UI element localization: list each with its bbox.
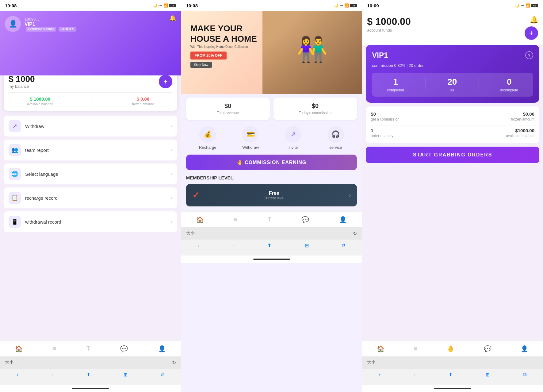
nav-chat-left[interactable]: 💬 (120, 345, 128, 352)
moon-icon-right: 🌙 (515, 3, 519, 8)
nav-list-mid[interactable]: ≡ (234, 216, 238, 223)
menu-item-language[interactable]: 🌐 Select language › (4, 163, 177, 184)
share-btn-right[interactable]: ⬆ (449, 372, 453, 382)
nav-list-right[interactable]: ≡ (414, 345, 418, 352)
menu-item-team-report[interactable]: 👥 team report › (4, 140, 177, 160)
stat-divider-2 (479, 77, 479, 89)
vip-badge: VIP1 (25, 21, 76, 27)
membership-title: MEMBERSHIP LEVEL: (186, 175, 357, 180)
action-invite[interactable]: ↗ invite (285, 126, 301, 150)
nav-profile-mid[interactable]: 👤 (339, 216, 347, 223)
menu-item-withdrawal[interactable]: 📱 withdrawal record › (4, 211, 177, 232)
frozen-label-right: frozen amount (511, 117, 534, 121)
membership-section: MEMBERSHIP LEVEL: ✓ Free Current level › (181, 170, 362, 211)
url-bar-right: 大小 (362, 356, 543, 369)
refresh-mid[interactable]: ↻ (353, 231, 357, 236)
forward-btn-left[interactable]: › (52, 372, 53, 382)
home-bar-left (72, 388, 109, 389)
nav-home-right[interactable]: 🏠 (377, 345, 384, 352)
status-bar-left: 10:08 🌙 ▪▪▪ 📶 70 (0, 0, 181, 11)
nav-chat-right[interactable]: 💬 (484, 345, 491, 352)
frozen-label: frozen amount (132, 102, 154, 106)
completed-stat: 1 completed (387, 77, 404, 92)
bookmark-btn-left[interactable]: ⊞ (124, 372, 128, 382)
grab-orders-button[interactable]: START GRABBING ORDERS (366, 147, 539, 163)
url-text-mid: 大小 (186, 231, 195, 236)
nav-chat-mid[interactable]: 💬 (301, 216, 309, 223)
account-header: $ 1000.00 account funds 🔔 + (362, 11, 543, 45)
withdraw-icon: ↗ (9, 120, 21, 132)
action-recharge[interactable]: 💰 Recharge (199, 126, 216, 150)
withdrawal-icon: 📱 (9, 216, 21, 228)
avail-right: $1000.00 available balance (506, 128, 534, 138)
battery-mid: 70 (350, 4, 357, 7)
nav-profile-left[interactable]: 👤 (158, 345, 166, 352)
forward-btn-mid[interactable]: › (233, 243, 234, 252)
time-right: 10:09 (367, 3, 379, 8)
available-label: available balance (27, 102, 53, 106)
total-revenue-card: $0 Total revenue (186, 98, 270, 120)
recharge-icon: 📋 (9, 192, 21, 204)
nav-profile-right[interactable]: 👤 (521, 345, 528, 352)
menu-item-withdraw[interactable]: ↗ Withdraw › (4, 116, 177, 136)
total-revenue-label: Total revenue (191, 111, 265, 115)
tabs-btn-mid[interactable]: ⧉ (342, 243, 345, 252)
avail-label: available balance (506, 134, 534, 138)
nav-text-mid[interactable]: T (268, 216, 271, 223)
forward-btn-right[interactable]: › (414, 372, 415, 382)
nav-home-left[interactable]: 🏠 (15, 345, 23, 352)
bookmark-btn-right[interactable]: ⊞ (486, 372, 490, 382)
action-withdraw[interactable]: 💳 Withdraw (242, 126, 259, 150)
nav-text-left[interactable]: T (86, 345, 90, 352)
today-commission-label: Today's commission (278, 111, 352, 115)
recharge-action-icon: 💰 (199, 126, 216, 143)
hero-cta-button[interactable]: Shop Now (190, 62, 212, 68)
signal-icon-left: ▪▪▪ (159, 4, 162, 7)
bell-icon-right[interactable]: 🔔 (530, 16, 538, 24)
recharge-arrow: › (170, 195, 172, 201)
tabs-btn-right[interactable]: ⧉ (523, 372, 526, 382)
status-icons-right: 🌙 ▪▪▪ 📶 69 (515, 3, 538, 8)
recharge-action-label: Recharge (199, 145, 216, 150)
nav-home-mid[interactable]: 🏠 (196, 216, 204, 223)
menu-item-recharge[interactable]: 📋 recharge record › (4, 187, 177, 208)
withdrawal-arrow: › (170, 219, 172, 225)
home-indicator-left (0, 385, 181, 392)
balance-amount-section: $ 1000 my balance (9, 74, 35, 89)
hero-text: MAKE YOUR HOUSE A HOME With This Inspiri… (190, 23, 257, 68)
incomplete-num: 0 (500, 77, 518, 87)
share-btn-left[interactable]: ⬆ (86, 372, 90, 382)
service-action-label: service (329, 145, 342, 150)
team-report-label: team report (25, 148, 166, 153)
back-btn-right[interactable]: ‹ (379, 372, 380, 382)
tabs-btn-left[interactable]: ⧉ (161, 372, 164, 382)
commission-btn[interactable]: 🤚 COMMISSION EARNING (186, 155, 357, 170)
browser-bar-left: ‹ › ⬆ ⊞ ⧉ (0, 369, 181, 385)
balance-details: $ 1000.00 available balance $ 0.00 froze… (9, 92, 172, 106)
completed-num: 1 (387, 77, 404, 87)
add-balance-button[interactable]: + (159, 75, 172, 88)
completed-label: completed (387, 88, 404, 92)
nav-list-left[interactable]: ≡ (53, 345, 56, 352)
order-qty-label: order quantity (371, 134, 393, 138)
browser-bar-mid: ‹ › ⬆ ⊞ ⧉ (181, 240, 362, 256)
share-btn-mid[interactable]: ⬆ (267, 243, 271, 252)
refresh-left[interactable]: ↻ (172, 360, 176, 366)
moon-icon-left: 🌙 (153, 3, 157, 8)
back-btn-mid[interactable]: ‹ (198, 243, 199, 252)
action-service[interactable]: 🎧 service (327, 126, 344, 150)
frozen-amount: $ 0.00 (132, 96, 154, 102)
wifi-icon-right: 📶 (526, 3, 530, 8)
account-amount-section: $ 1000.00 account funds (367, 16, 411, 33)
back-btn-left[interactable]: ‹ (17, 372, 18, 382)
bookmark-btn-mid[interactable]: ⊞ (305, 243, 309, 252)
stats-row: $0 Total revenue $0 Today's commission (181, 94, 362, 124)
battery-left: 70 (169, 4, 176, 7)
all-num: 20 (447, 77, 457, 87)
bell-icon-left[interactable]: 🔔 (169, 15, 176, 21)
add-button-right[interactable]: + (525, 26, 538, 40)
language-icon: 🌐 (9, 168, 21, 180)
nav-grab-right[interactable]: 🤚 (447, 345, 454, 352)
signal-icon-mid: ▪▪▪ (340, 4, 343, 7)
help-button[interactable]: ? (525, 51, 533, 59)
